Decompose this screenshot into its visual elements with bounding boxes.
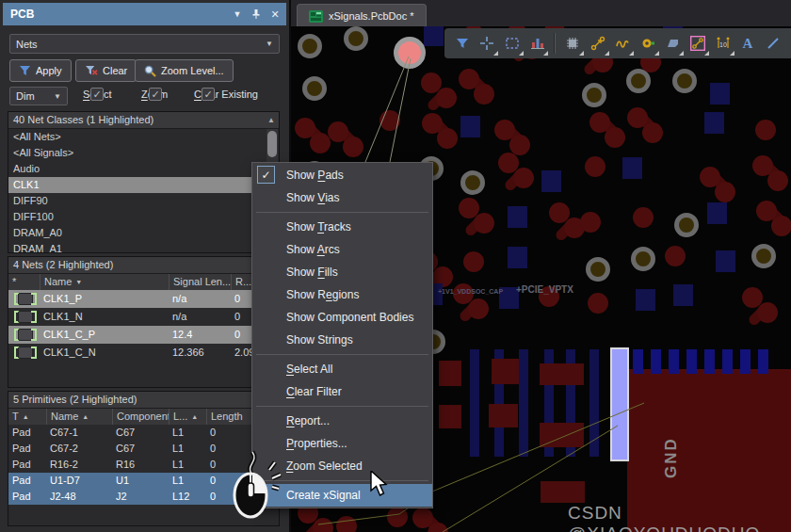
checkbox-select[interactable]: ✓Select	[83, 89, 112, 100]
connector-pin-pad	[758, 349, 768, 374]
net-class-item[interactable]: CLK1	[8, 177, 279, 193]
primitive-row[interactable]: PadC67-1C67L10	[8, 425, 279, 441]
menu-item-select-all[interactable]: Select All	[252, 358, 432, 380]
place-polygon-icon[interactable]	[665, 35, 682, 52]
zoom-level-button[interactable]: Zoom Level...	[135, 59, 234, 82]
place-text-icon[interactable]: A	[740, 35, 757, 52]
selection-box-icon[interactable]	[504, 35, 521, 52]
net-row[interactable]: CLK1_Nn/a0	[8, 308, 279, 326]
menu-item-label: Create xSignal	[286, 489, 361, 502]
panel-close-icon[interactable]: ✕	[267, 7, 282, 22]
place-component-icon[interactable]	[564, 35, 581, 52]
column-header[interactable]: Signal Len...	[169, 274, 231, 290]
net-class-item[interactable]: DRAM_A0	[8, 225, 279, 241]
checkbox-zoom[interactable]: ✓Zoom	[141, 89, 168, 100]
checkbox-icon[interactable]: ✓	[202, 88, 215, 101]
net-class-item[interactable]: <All Nets>	[8, 129, 279, 145]
apply-button[interactable]: Apply	[9, 59, 72, 82]
nets-header[interactable]: 4 Nets (2 Highlighted)	[8, 257, 279, 274]
document-tab[interactable]: xSignals.PcbDoc *	[297, 4, 427, 27]
net-class-item[interactable]: Audio	[8, 161, 279, 177]
primitive-layer: L12	[169, 489, 206, 505]
primitive-layer: L1	[169, 457, 206, 473]
column-header[interactable]: Name▼	[40, 274, 169, 290]
menu-item-show-component-bodies[interactable]: Show Component Bodies	[252, 306, 432, 329]
net-row[interactable]: CLK1_Pn/a0	[8, 290, 279, 308]
context-menu: ✓Show PadsShow ViasShow TracksShow ArcsS…	[251, 162, 433, 508]
via	[631, 247, 655, 271]
copper-pad	[313, 518, 333, 532]
menu-item-show-fills[interactable]: Show Fills	[252, 261, 432, 283]
smd-pad	[710, 83, 730, 105]
copper-pad	[436, 88, 457, 108]
primitive-row[interactable]: PadU1-D7U1L10	[8, 473, 279, 489]
menu-item-report[interactable]: Report...	[252, 410, 432, 432]
menu-item-create-xsignal[interactable]: Create xSignal	[252, 484, 432, 507]
panel-menu-icon[interactable]: ▼	[230, 7, 245, 22]
highlighted-via[interactable]	[394, 37, 426, 69]
route-icon[interactable]	[589, 35, 606, 52]
menu-item-zoom-selected[interactable]: Zoom Selected	[252, 455, 432, 477]
menu-item-show-tracks[interactable]: Show Tracks	[252, 216, 432, 238]
net-class-item[interactable]: <All Signals>	[8, 145, 279, 161]
primitive-component: J2	[112, 489, 169, 505]
net-class-item[interactable]: DIFF90	[8, 193, 279, 209]
place-line-icon[interactable]	[765, 35, 782, 52]
menu-item-show-regions[interactable]: Show Regions	[252, 283, 432, 306]
document-tab-title: xSignals.PcbDoc *	[329, 10, 414, 22]
copper-pad	[585, 156, 605, 177]
net-signal-length: 12.4	[169, 326, 231, 344]
menu-item-show-arcs[interactable]: Show Arcs	[252, 238, 432, 261]
column-header[interactable]: Component	[112, 409, 169, 425]
filter-icon[interactable]	[454, 35, 471, 52]
altium-pcb-window: xSignals.PcbDoc * +1V1_VDDSOC_CAP +PCIE_…	[0, 0, 791, 532]
net-signal-length: n/a	[169, 308, 231, 326]
net-row[interactable]: CLK1_C_N12.3662.09	[8, 344, 279, 362]
primitive-row[interactable]: PadJ2-48J2L120	[8, 489, 279, 505]
clear-button[interactable]: Clear	[75, 59, 137, 82]
apply-button-label: Apply	[36, 65, 62, 76]
menu-item-properties[interactable]: Properties...	[252, 432, 432, 455]
scrollbar-thumb[interactable]	[267, 131, 277, 157]
checkbox-icon[interactable]: ✓	[90, 88, 104, 101]
column-header[interactable]: *	[8, 274, 40, 290]
checkbox-icon[interactable]: ✓	[149, 88, 162, 101]
menu-item-clear-filter[interactable]: Clear Filter	[252, 380, 432, 403]
menu-item-show-strings[interactable]: Show Strings	[252, 329, 432, 351]
dim-mode-select[interactable]: Dim ▼	[9, 87, 68, 105]
net-classes-box: 40 Net Classes (1 Highlighted) ▲ <All Ne…	[8, 111, 280, 253]
primitive-row[interactable]: PadC67-2C67L10	[8, 441, 279, 457]
via	[672, 69, 697, 93]
panel-mode-select[interactable]: Nets ▼	[9, 34, 280, 54]
collapse-up-icon[interactable]: ▲	[267, 112, 275, 128]
length-tuning-icon[interactable]	[615, 35, 632, 52]
copper-rect	[541, 481, 585, 503]
highlighted-pad[interactable]	[610, 347, 629, 461]
copper-pad	[513, 168, 534, 188]
checkbox-clear-existing[interactable]: ✓Clear Existing	[194, 89, 258, 100]
primitives-header[interactable]: 5 Primitives (2 Highlighted)	[8, 392, 279, 409]
place-dimension-icon[interactable]: 10	[715, 35, 732, 52]
net-class-item[interactable]: DIFF100	[8, 209, 279, 225]
pcb-panel-header: PCB ▼ ✕	[3, 3, 286, 25]
primitive-row[interactable]: PadR16-2R16L10	[8, 457, 279, 473]
menu-item-show-vias[interactable]: Show Vias	[252, 186, 432, 209]
interactive-route-icon[interactable]	[689, 35, 706, 52]
board-insight-icon[interactable]	[529, 35, 546, 52]
column-header[interactable]: L...▲	[169, 409, 206, 425]
menu-item-label: Show Tracks	[286, 220, 351, 234]
net-class-item[interactable]: DRAM_A1	[8, 241, 279, 253]
panel-pin-icon[interactable]	[249, 7, 264, 22]
column-header[interactable]: T▲	[8, 409, 46, 425]
copper-pad	[715, 182, 735, 202]
smd-pad	[636, 289, 655, 311]
smd-pad	[508, 247, 527, 268]
net-row[interactable]: CLK1_C_P12.40	[8, 326, 279, 344]
toolbar-separator	[554, 33, 556, 54]
net-classes-header[interactable]: 40 Net Classes (1 Highlighted) ▲	[8, 112, 279, 129]
menu-separator	[256, 406, 428, 407]
menu-item-show-pads[interactable]: ✓Show Pads	[252, 164, 432, 186]
column-header[interactable]: Name▲	[46, 409, 112, 425]
place-via-icon[interactable]	[639, 35, 656, 52]
crosshair-icon[interactable]	[479, 35, 496, 52]
